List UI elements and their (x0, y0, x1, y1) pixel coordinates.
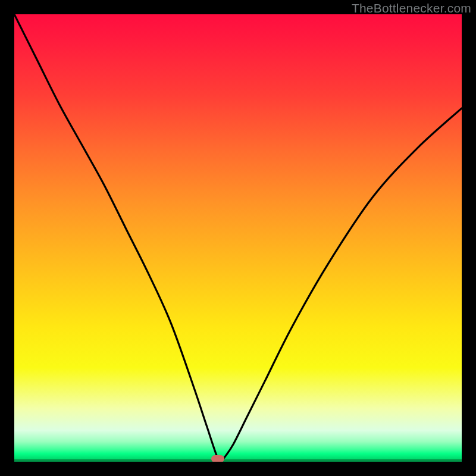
curve-svg (14, 14, 462, 462)
watermark-text: TheBottlenecker.com (352, 1, 471, 15)
minimum-marker (211, 455, 224, 462)
chart-frame: TheBottlenecker.com (0, 0, 476, 476)
plot-area (14, 14, 462, 462)
bottleneck-curve-path (14, 14, 462, 462)
